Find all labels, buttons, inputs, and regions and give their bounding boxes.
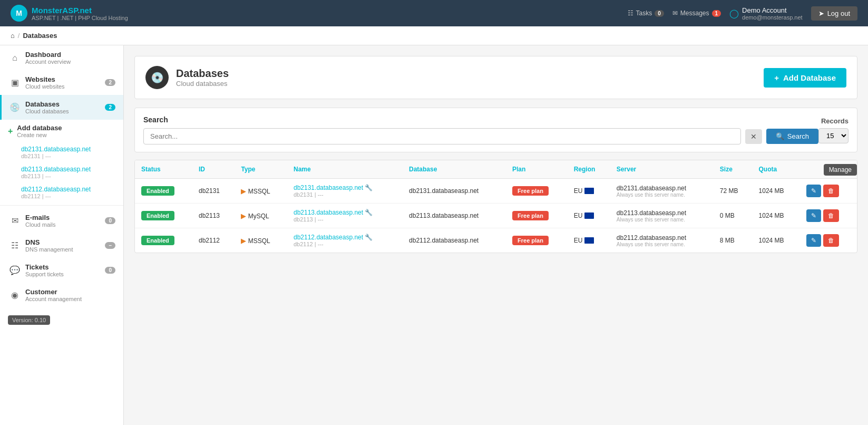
cell-database-0: db2131.databaseasp.net [403,179,506,204]
brand-name: MonsterASP.net [32,6,128,15]
server-sub-1: Always use this server name. [617,217,707,223]
sidebar-add-database[interactable]: + Add database Create new [0,120,123,142]
sidebar-item-websites[interactable]: ▣ Websites Cloud websites 2 [0,70,123,95]
cell-size-1: 0 MB [714,204,753,228]
cell-name-2: db2112.databaseasp.net 🔧 db2112 | --- [287,228,403,253]
flag-0 [584,188,594,194]
main-content: 💿 Databases Cloud databases + Add Databa… [124,45,868,425]
edit-button-0[interactable]: ✎ [806,185,821,197]
logout-button[interactable]: ➤ Log out [811,6,857,21]
delete-button-2[interactable]: 🗑 [823,234,839,247]
search-btn-label: Search [787,132,809,140]
sidebar-db2[interactable]: db2113.databaseasp.net db2113 | --- [0,162,123,182]
email-icon: ✉ [9,216,20,226]
cell-actions-1: ✎ 🗑 [800,204,857,228]
cell-region-2: EU [568,228,610,253]
add-db-title: Add database [17,124,62,132]
sidebar-db1-sub: db2131 | --- [21,153,115,159]
sidebar-item-emails[interactable]: ✉ E-mails Cloud mails 0 [0,208,123,233]
cell-region-1: EU [568,204,610,228]
wrench-icon-0[interactable]: 🔧 [365,184,373,191]
sidebar-emails-title: E-mails [25,214,55,221]
sidebar-websites-text: Websites Cloud websites [25,75,65,90]
cell-server-0: db2131.databaseasp.net Always use this s… [610,179,714,204]
search-clear-button[interactable]: ✕ [745,129,762,144]
sidebar-db3-name: db2112.databaseasp.net [21,186,115,193]
add-db-sub: Create new [17,132,62,138]
db-link-1[interactable]: db2113.databaseasp.net [294,209,363,216]
sidebar-item-customer[interactable]: ◉ Customer Account management [0,283,123,307]
cell-status-0: Enabled [135,179,192,204]
databases-table: Status ID Type Name Database Plan Region… [134,160,857,253]
cell-server-1: db2113.databaseasp.net Always use this s… [610,204,714,228]
sidebar-dashboard-text: Dashboard Account overview [25,51,71,65]
delete-button-0[interactable]: 🗑 [823,185,839,197]
account-email: demo@monsterasp.net [742,14,803,21]
type-icon-2: ▶ [241,237,246,245]
layout: ⌂ Dashboard Account overview ▣ Websites … [0,45,868,425]
cell-quota-1: 1024 MB [753,204,800,228]
tasks-icon: ☷ [628,9,633,17]
table-header-row: Status ID Type Name Database Plan Region… [135,160,857,179]
tasks-label: Tasks [636,9,652,17]
db-link-2[interactable]: db2112.databaseasp.net [294,234,363,241]
col-database: Database [403,160,506,179]
cell-plan-0: Free plan [506,179,568,204]
sidebar-dns-title: DNS [25,238,73,246]
cell-actions-0: ✎ 🗑 Manage [800,179,857,204]
wrench-icon-2[interactable]: 🔧 [365,234,373,241]
search-input[interactable] [143,128,741,144]
search-button[interactable]: 🔍 Search [766,129,818,144]
status-badge-0: Enabled [141,186,174,196]
tasks-badge: 0 [655,10,664,17]
brand-sub: ASP.NET | .NET | PHP Cloud Hosting [32,15,128,21]
region-0: EU [574,187,594,195]
records-select[interactable]: 15 25 50 [818,128,849,143]
sidebar-item-databases[interactable]: 💿 Databases Cloud databases 2 [0,95,123,120]
cell-quota-2: 1024 MB [753,228,800,253]
account-info[interactable]: ◯ Demo Account demo@monsterasp.net [729,6,803,21]
edit-button-1[interactable]: ✎ [806,209,821,222]
sidebar-divider-1 [0,205,123,206]
search-label: Search [143,115,818,124]
cell-actions-2: ✎ 🗑 [800,228,857,253]
brand-text: MonsterASP.net ASP.NET | .NET | PHP Clou… [32,6,128,21]
sidebar: ⌂ Dashboard Account overview ▣ Websites … [0,45,124,425]
add-database-label: Add Database [783,73,836,82]
messages-item[interactable]: ✉ Messages 1 [672,9,721,17]
breadcrumb-sep: / [18,32,20,40]
sidebar-db1[interactable]: db2131.databaseasp.net db2131 | --- [0,142,123,162]
search-bar: Search ✕ 🔍 Search Records 15 25 50 [134,108,857,152]
home-icon[interactable]: ⌂ [11,32,15,40]
page-subtitle: Cloud databases [176,80,229,88]
tickets-icon: 💬 [9,265,20,275]
page-title-block: Databases Cloud databases [176,67,229,88]
cell-id-1: db2113 [192,204,235,228]
sidebar-db3[interactable]: db2112.databaseasp.net db2112 | --- [0,182,123,202]
cell-type-1: ▶ MySQL [235,204,287,228]
edit-button-2[interactable]: ✎ [806,234,821,247]
sidebar-item-dashboard[interactable]: ⌂ Dashboard Account overview [0,45,123,70]
sidebar-item-tickets[interactable]: 💬 Tickets Support tickets 0 [0,258,123,283]
add-icon: + [8,127,13,136]
col-size: Size [714,160,753,179]
db-link-0[interactable]: db2131.databaseasp.net [294,184,363,191]
add-database-button[interactable]: + Add Database [764,68,846,88]
sidebar-emails-sub: Cloud mails [25,221,55,228]
cell-name-0: db2131.databaseasp.net 🔧 db2131 | --- [287,179,403,204]
wrench-icon-1[interactable]: 🔧 [365,209,373,216]
sidebar-websites-sub: Cloud websites [25,83,65,90]
sidebar-db2-sub: db2113 | --- [21,173,115,179]
delete-button-1[interactable]: 🗑 [823,209,839,222]
search-bar-left: Search ✕ 🔍 Search [143,115,818,144]
monitor-icon: ▣ [9,78,20,88]
tasks-item[interactable]: ☷ Tasks 0 [628,9,664,17]
account-details: Demo Account demo@monsterasp.net [742,6,803,21]
db-sub-2: db2112 | --- [294,241,396,247]
sidebar-item-dns[interactable]: ☷ DNS DNS management – [0,233,123,258]
server-sub-0: Always use this server name. [617,192,707,198]
col-type: Type [235,160,287,179]
sidebar-tickets-title: Tickets [25,263,64,271]
dns-badge: – [105,242,115,249]
table-row: Enabled db2112 ▶ MSSQL db2112.databaseas… [135,228,857,253]
